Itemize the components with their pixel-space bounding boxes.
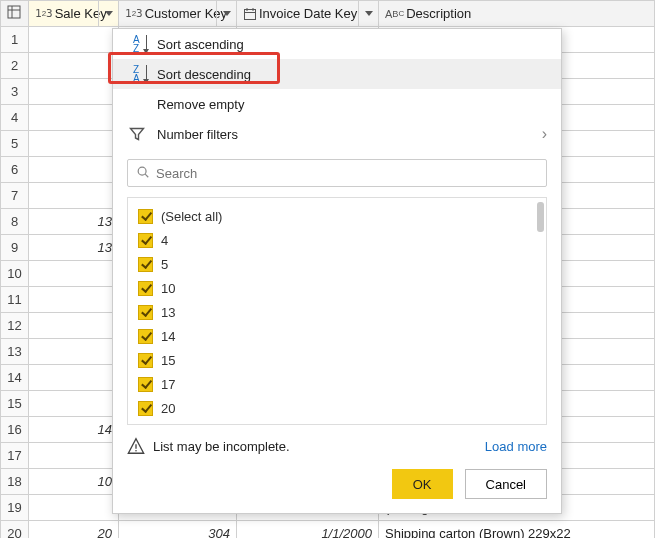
row-number: 2 [1,53,29,79]
cell-sale-key[interactable]: 10 [29,469,119,495]
column-filter-button[interactable] [98,1,118,26]
menu-remove-empty[interactable]: Remove empty [113,89,561,119]
checkbox-checked-icon[interactable] [138,233,153,248]
row-number: 7 [1,183,29,209]
column-header-sale-key[interactable]: 123 Sale Key [29,1,119,27]
checkbox-checked-icon[interactable] [138,329,153,344]
menu-number-filters[interactable]: Number filters › [113,119,561,149]
cell-sale-key[interactable]: 20 [29,521,119,539]
row-number: 19 [1,495,29,521]
checkbox-checked-icon[interactable] [138,353,153,368]
menu-sort-descending[interactable]: Sort descending [113,59,561,89]
cell-sale-key[interactable] [29,313,119,339]
filter-value-list[interactable]: (Select all)45101314151720 [127,197,547,425]
row-number: 4 [1,105,29,131]
row-number: 15 [1,391,29,417]
cell-sale-key[interactable] [29,157,119,183]
row-number: 5 [1,131,29,157]
number-type-icon: 123 [125,7,143,20]
cell-sale-key[interactable] [29,261,119,287]
filter-icon [127,126,147,142]
row-number: 11 [1,287,29,313]
column-header-customer-key[interactable]: 123 Customer Key [119,1,237,27]
row-number: 17 [1,443,29,469]
rownum-header [1,1,29,27]
checkbox-checked-icon[interactable] [138,281,153,296]
column-filter-menu: Sort ascending Sort descending Remove em… [112,28,562,514]
filter-value-item[interactable]: 17 [138,372,536,396]
cell-sale-key[interactable]: 14 [29,417,119,443]
svg-point-10 [135,450,137,452]
cell-sale-key[interactable]: 13 [29,209,119,235]
filter-value-item[interactable]: 20 [138,396,536,420]
cell-sale-key[interactable] [29,365,119,391]
svg-rect-0 [8,6,20,18]
incomplete-warning-text: List may be incomplete. [153,439,290,454]
column-header-invoice-date-key[interactable]: Invoice Date Key [237,1,379,27]
cell-customer-key[interactable]: 304 [119,521,237,539]
filter-value-item[interactable]: 5 [138,252,536,276]
cell-sale-key[interactable] [29,79,119,105]
filter-value-item[interactable]: 4 [138,228,536,252]
checkbox-checked-icon[interactable] [138,257,153,272]
table-row[interactable]: 20203041/1/2000Shipping carton (Brown) 2… [1,521,655,539]
svg-line-8 [145,174,148,177]
ok-button[interactable]: OK [392,469,453,499]
cell-sale-key[interactable] [29,339,119,365]
text-type-icon: ABC [385,8,404,20]
checkbox-checked-icon[interactable] [138,401,153,416]
row-number: 1 [1,27,29,53]
chevron-down-icon [365,11,373,16]
warning-icon [127,437,145,455]
filter-value-label: 20 [161,401,175,416]
row-number: 13 [1,339,29,365]
column-label: Invoice Date Key [259,6,357,21]
scrollbar-thumb[interactable] [537,202,544,232]
sort-ascending-icon [127,35,147,53]
row-number: 8 [1,209,29,235]
cell-sale-key[interactable] [29,131,119,157]
cell-sale-key[interactable] [29,105,119,131]
cell-sale-key[interactable] [29,287,119,313]
checkbox-checked-icon[interactable] [138,209,153,224]
column-label: Customer Key [145,6,227,21]
cell-description[interactable]: Shipping carton (Brown) 229x22 [379,521,655,539]
filter-value-label: 14 [161,329,175,344]
filter-value-item[interactable]: 10 [138,276,536,300]
cell-invoice-date-key[interactable]: 1/1/2000 [237,521,379,539]
table-icon [7,7,21,22]
cancel-button[interactable]: Cancel [465,469,547,499]
filter-value-item[interactable]: 13 [138,300,536,324]
checkbox-checked-icon[interactable] [138,305,153,320]
filter-value-item[interactable]: 14 [138,324,536,348]
cell-sale-key[interactable]: 13 [29,235,119,261]
row-number: 12 [1,313,29,339]
row-number: 20 [1,521,29,539]
search-field[interactable] [156,166,538,181]
cell-sale-key[interactable] [29,443,119,469]
row-number: 18 [1,469,29,495]
checkbox-checked-icon[interactable] [138,377,153,392]
load-more-link[interactable]: Load more [485,439,547,454]
cell-sale-key[interactable] [29,183,119,209]
column-header-description[interactable]: ABC Description [379,1,655,27]
filter-value-label: 4 [161,233,168,248]
column-filter-button[interactable] [216,1,236,26]
menu-sort-ascending[interactable]: Sort ascending [113,29,561,59]
column-label: Description [406,6,471,21]
cell-sale-key[interactable] [29,391,119,417]
chevron-down-icon [105,11,113,16]
filter-value-label: 15 [161,353,175,368]
filter-value-item[interactable]: 15 [138,348,536,372]
column-filter-button[interactable] [358,1,378,26]
cell-sale-key[interactable] [29,27,119,53]
filter-value-label: (Select all) [161,209,222,224]
cell-sale-key[interactable] [29,495,119,521]
filter-value-item[interactable]: (Select all) [138,204,536,228]
svg-point-7 [138,167,146,175]
filter-search-input[interactable] [127,159,547,187]
row-number: 9 [1,235,29,261]
filter-value-label: 10 [161,281,175,296]
date-type-icon [243,7,257,21]
cell-sale-key[interactable] [29,53,119,79]
